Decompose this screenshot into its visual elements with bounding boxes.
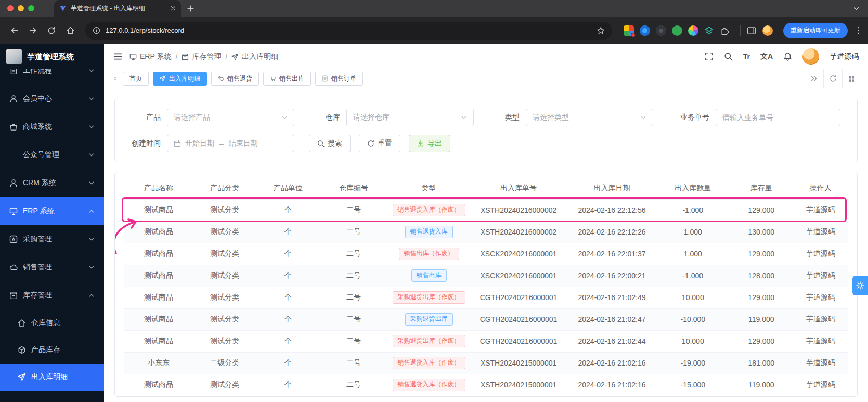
- column-header: 产品分类: [193, 177, 256, 199]
- bookmark-star-icon[interactable]: [597, 27, 605, 35]
- main-area: ERP 系统 / 库存管理 / 出入库明细 Tr 文A: [104, 44, 868, 402]
- cell-product: 测试商品: [124, 221, 193, 243]
- browser-toolbar: 127.0.0.1/erp/stock/record 重新启动即可更新: [0, 17, 868, 44]
- chevron-down-icon: [88, 264, 95, 270]
- warehouse-select[interactable]: 请选择仓库: [346, 109, 474, 126]
- dark-circle-extension-icon[interactable]: [656, 25, 666, 36]
- fullscreen-icon[interactable]: [705, 52, 714, 61]
- back-button[interactable]: [6, 23, 22, 38]
- sidebar-item-member-center[interactable]: 会员中心: [0, 85, 104, 113]
- breadcrumb-item-stock-record: 出入库明细: [231, 52, 278, 61]
- colors-grid-extension-icon[interactable]: [624, 25, 634, 36]
- side-panel-icon[interactable]: [747, 26, 756, 35]
- collapse-sidebar-hamburger-icon[interactable]: [113, 53, 122, 60]
- current-username[interactable]: 芋道源码: [830, 52, 859, 61]
- minimize-window-button[interactable]: [18, 5, 24, 11]
- app-header: ERP 系统 / 库存管理 / 出入库明细 Tr 文A: [104, 44, 868, 69]
- breadcrumb-item-inventory[interactable]: 库存管理: [182, 52, 221, 61]
- translate-icon[interactable]: 文A: [760, 52, 773, 61]
- cell-category: 测试分类: [193, 330, 256, 352]
- browser-profile-avatar[interactable]: [762, 25, 773, 36]
- cell-type: 销售出库: [387, 265, 470, 287]
- sidebar-item-label: ERP 系统: [23, 206, 54, 216]
- download-icon: [417, 140, 424, 147]
- scroll-tabs-left-icon[interactable]: [111, 75, 119, 82]
- scroll-tabs-right-icon[interactable]: [805, 69, 823, 88]
- sidebar-item-erp-system[interactable]: ERP 系统: [0, 197, 104, 225]
- font-size-icon[interactable]: Tr: [743, 53, 750, 61]
- sidebar-item-inventory-mgmt[interactable]: 库存管理: [0, 281, 104, 309]
- green-circle-extension-icon[interactable]: [672, 25, 682, 36]
- send-icon: [231, 53, 239, 60]
- new-tab-button[interactable]: [187, 5, 194, 12]
- date-range-picker[interactable]: 开始日期 – 结束日期: [167, 135, 294, 152]
- refresh-icon: [367, 140, 374, 147]
- range-separator: –: [219, 139, 224, 148]
- export-button[interactable]: 导出: [409, 135, 450, 152]
- reset-button[interactable]: 重置: [359, 135, 400, 152]
- tab-sales-outbound[interactable]: 销售出库: [263, 72, 311, 86]
- browser-window: 芋道管理系统 - 出入库明细 127.0.0.1/erp/stock/recor…: [0, 0, 868, 44]
- table-row: 测试商品测试分类个二号采购退货出库（作废）CGTH202402160000012…: [124, 287, 848, 308]
- theme-settings-button[interactable]: [852, 276, 868, 295]
- search-icon[interactable]: [724, 52, 733, 61]
- tab-search-chevron-icon[interactable]: [853, 5, 860, 12]
- tab-close-icon[interactable]: [171, 6, 176, 11]
- page-tabs-controls: [805, 69, 861, 88]
- sidebar-item-official-account[interactable]: 公众号管理: [0, 141, 104, 169]
- browser-tab[interactable]: 芋道管理系统 - 出入库明细: [54, 0, 181, 17]
- tab-sales-return[interactable]: 销售退货: [211, 72, 259, 86]
- cell-product: 测试商品: [124, 199, 193, 221]
- table-row: 测试商品测试分类个二号销售出库（作废）XSCK20240216000001202…: [124, 243, 848, 265]
- refresh-page-tab-icon[interactable]: [823, 69, 842, 88]
- browser-menu-dots-icon[interactable]: [857, 26, 860, 35]
- home-button[interactable]: [62, 23, 78, 38]
- table-row: 测试商品测试分类个二号销售退货入库（作废）XSTH202402160000022…: [124, 199, 848, 221]
- search-button[interactable]: 搜索: [309, 135, 351, 152]
- tab-sales-order[interactable]: 销售订单: [315, 72, 363, 86]
- layout-grid-icon[interactable]: [842, 69, 861, 88]
- zoom-window-button[interactable]: [28, 5, 34, 11]
- notification-bell-icon[interactable]: [783, 52, 792, 61]
- cell-warehouse: 二号: [320, 221, 388, 243]
- sidebar-logo[interactable]: 芋道管理系统: [0, 44, 104, 69]
- pinwheel-extension-icon[interactable]: [688, 25, 698, 36]
- sidebar: 芋道管理系统 工作流程 会员中心 商城系统 公众号管理: [0, 44, 104, 402]
- user-avatar[interactable]: [802, 48, 819, 65]
- breadcrumb-item-erp[interactable]: ERP 系统: [129, 52, 171, 61]
- sidebar-item-stock-record[interactable]: 出入库明细: [0, 364, 104, 391]
- reload-button[interactable]: [44, 23, 59, 38]
- tab-home[interactable]: 首页: [123, 72, 149, 86]
- puzzle-extensions-menu-icon[interactable]: [720, 25, 730, 35]
- address-bar[interactable]: 127.0.0.1/erp/stock/record: [85, 22, 612, 40]
- cell-unit: 个: [257, 287, 320, 308]
- forward-button[interactable]: [25, 23, 41, 38]
- table-row: 测试商品测试分类个二号销售出库XSCK202402160000012024-02…: [124, 265, 848, 287]
- product-select[interactable]: 请选择产品: [167, 109, 294, 126]
- chevron-down-icon: [88, 152, 95, 158]
- sidebar-item-crm-system[interactable]: CRM 系统: [0, 169, 104, 197]
- cell-type: 销售退货入库（作废）: [387, 374, 470, 396]
- cell-category: 测试分类: [193, 374, 256, 396]
- cell-stock: 181.000: [729, 352, 794, 374]
- close-window-button[interactable]: [7, 5, 14, 11]
- sidebar-item-label: 产品库存: [31, 345, 60, 355]
- business-no-input[interactable]: [716, 109, 840, 126]
- cell-order_no: XSCK20240216000001: [470, 243, 567, 265]
- tab-stock-record[interactable]: 出入库明细: [153, 72, 207, 86]
- url-text[interactable]: 127.0.0.1/erp/stock/record: [106, 27, 591, 34]
- sidebar-item-purchase-mgmt[interactable]: 采购管理: [0, 225, 104, 253]
- blue-circle-extension-icon[interactable]: [640, 25, 650, 36]
- column-header: 产品单位: [257, 177, 320, 199]
- teal-layers-extension-icon[interactable]: [704, 25, 714, 35]
- site-info-icon[interactable]: [93, 27, 100, 34]
- sidebar-item-mall-system[interactable]: 商城系统: [0, 113, 104, 141]
- cell-qty: 10.000: [657, 330, 729, 352]
- browser-update-button[interactable]: 重新启动即可更新: [783, 23, 848, 38]
- type-select[interactable]: 请选择类型: [526, 109, 653, 126]
- sidebar-item-warehouse-info[interactable]: 仓库信息: [0, 309, 104, 336]
- sidebar-item-sales-mgmt[interactable]: 销售管理: [0, 253, 104, 281]
- return-icon: [218, 75, 224, 82]
- sidebar-item-product-stock[interactable]: 产品库存: [0, 336, 104, 364]
- cell-product: 测试商品: [124, 243, 193, 265]
